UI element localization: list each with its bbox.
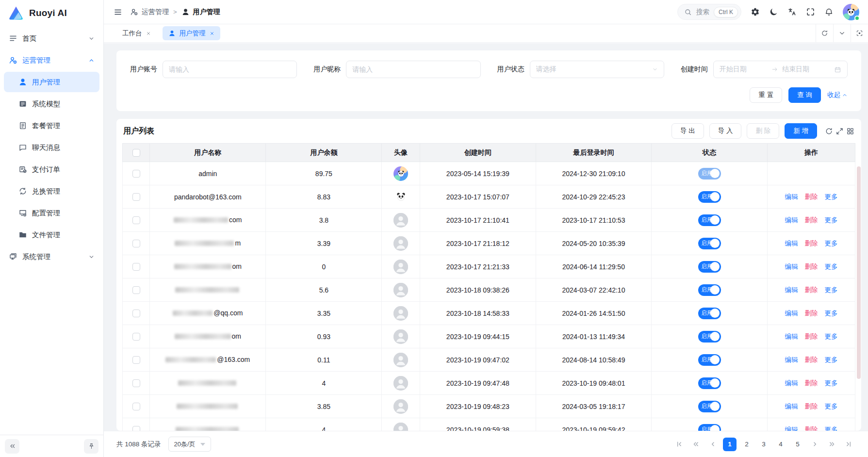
page-next-double-button[interactable] [825, 438, 838, 451]
chevron-down-button[interactable] [833, 24, 851, 42]
delete-link[interactable]: 删除 [805, 263, 818, 270]
more-link[interactable]: 更多 [825, 403, 838, 410]
edit-link[interactable]: 编辑 [785, 379, 798, 387]
page-button[interactable]: 2 [740, 438, 753, 451]
row-checkbox[interactable] [132, 193, 140, 201]
status-toggle[interactable]: 启用 [698, 354, 721, 366]
status-toggle[interactable]: 启用 [698, 261, 721, 273]
sidebar-item[interactable]: 首页 [4, 28, 99, 49]
more-link[interactable]: 更多 [825, 310, 838, 317]
status-toggle[interactable]: 启用 [698, 377, 721, 389]
page-last-button[interactable] [842, 438, 855, 451]
moon-icon[interactable] [769, 7, 778, 16]
row-checkbox[interactable] [132, 286, 140, 294]
row-checkbox[interactable] [132, 356, 140, 364]
close-icon[interactable] [146, 31, 151, 36]
delete-link[interactable]: 删除 [805, 356, 818, 363]
row-checkbox[interactable] [132, 333, 140, 341]
delete-link[interactable]: 删除 [805, 193, 818, 200]
edit-link[interactable]: 编辑 [785, 240, 798, 247]
row-checkbox[interactable] [132, 426, 140, 431]
status-toggle[interactable]: 启用 [698, 401, 721, 412]
page-button[interactable]: 1 [723, 438, 737, 451]
row-checkbox[interactable] [132, 216, 140, 224]
global-search[interactable]: 搜索 Ctrl K [677, 4, 741, 20]
page-button[interactable]: 5 [791, 438, 804, 451]
row-checkbox[interactable] [132, 240, 140, 247]
edit-link[interactable]: 编辑 [785, 333, 798, 340]
row-checkbox[interactable] [132, 310, 140, 317]
sidebar-collapse-button[interactable] [5, 439, 19, 454]
menu-toggle-icon[interactable] [114, 8, 122, 16]
delete-link[interactable]: 删除 [805, 286, 818, 294]
more-link[interactable]: 更多 [825, 379, 838, 387]
sidebar-item[interactable]: 聊天消息 [4, 137, 99, 158]
fullscreen-icon[interactable] [806, 7, 815, 16]
sidebar-item[interactable]: 支付订单 [4, 159, 99, 180]
more-link[interactable]: 更多 [825, 263, 838, 270]
delete-button[interactable]: 删 除 [747, 123, 779, 139]
row-checkbox[interactable] [132, 379, 140, 387]
breadcrumb-item-operations[interactable]: 运营管理 [130, 8, 169, 16]
page-first-button[interactable] [672, 438, 686, 451]
sidebar-item[interactable]: 运营管理 [4, 50, 99, 70]
more-link[interactable]: 更多 [825, 193, 838, 200]
settings-icon[interactable] [751, 7, 760, 16]
sidebar-pin-button[interactable] [84, 439, 98, 454]
more-link[interactable]: 更多 [825, 333, 838, 340]
table-scrollbar[interactable] [857, 166, 861, 379]
row-checkbox[interactable] [132, 170, 140, 178]
status-toggle[interactable]: 启用 [698, 238, 721, 249]
translate-icon[interactable] [787, 7, 797, 16]
grid-icon[interactable] [846, 127, 854, 135]
breadcrumb-item-users[interactable]: 用户管理 [181, 8, 220, 16]
more-link[interactable]: 更多 [825, 356, 838, 363]
row-checkbox[interactable] [132, 263, 140, 271]
sidebar-item[interactable]: 套餐管理 [4, 115, 99, 136]
focus-button[interactable] [851, 24, 868, 42]
status-toggle[interactable]: 启用 [698, 191, 721, 203]
status-toggle[interactable]: 启用 [698, 331, 721, 343]
query-button[interactable]: 查 询 [788, 87, 821, 103]
edit-link[interactable]: 编辑 [785, 403, 798, 410]
export-button[interactable]: 导 出 [671, 123, 704, 139]
add-button[interactable]: 新 增 [785, 123, 817, 139]
refresh-button[interactable] [816, 24, 833, 42]
more-link[interactable]: 更多 [825, 426, 838, 431]
delete-link[interactable]: 删除 [805, 426, 818, 431]
import-button[interactable]: 导 入 [709, 123, 742, 139]
sidebar-item[interactable]: 系统模型 [4, 94, 99, 114]
tab-user-management[interactable]: 用户管理 [163, 26, 220, 40]
status-toggle[interactable]: 启用 [698, 424, 721, 431]
page-prev-button[interactable] [706, 438, 720, 451]
status-select[interactable]: 请选择 [530, 61, 664, 78]
status-toggle[interactable]: 启用 [698, 214, 721, 226]
edit-link[interactable]: 编辑 [785, 263, 798, 270]
user-avatar[interactable] [843, 4, 859, 20]
more-link[interactable]: 更多 [825, 286, 838, 294]
edit-link[interactable]: 编辑 [785, 193, 798, 200]
tab-workbench[interactable]: 工作台 [116, 26, 157, 40]
page-prev-double-button[interactable] [689, 438, 703, 451]
maximize-icon[interactable] [835, 127, 844, 135]
close-icon[interactable] [210, 31, 214, 36]
select-all-checkbox[interactable] [132, 149, 140, 157]
delete-link[interactable]: 删除 [805, 403, 818, 410]
date-range-picker[interactable]: 开始日期 结束日期 [713, 61, 848, 78]
page-next-button[interactable] [808, 438, 821, 451]
status-toggle[interactable]: 启用 [698, 308, 721, 319]
edit-link[interactable]: 编辑 [785, 216, 798, 224]
edit-link[interactable]: 编辑 [785, 426, 798, 431]
status-toggle[interactable]: 启用 [698, 284, 721, 296]
page-size-select[interactable]: 20条/页 [168, 437, 211, 452]
delete-link[interactable]: 删除 [805, 216, 818, 224]
edit-link[interactable]: 编辑 [785, 286, 798, 294]
edit-link[interactable]: 编辑 [785, 310, 798, 317]
nickname-input[interactable] [352, 65, 474, 73]
collapse-filter-link[interactable]: 收起 [827, 91, 848, 99]
delete-link[interactable]: 删除 [805, 240, 818, 247]
sidebar-item[interactable]: 系统管理 [4, 246, 99, 267]
delete-link[interactable]: 删除 [805, 310, 818, 317]
account-input[interactable] [169, 65, 291, 73]
reset-button[interactable]: 重 置 [750, 87, 782, 103]
